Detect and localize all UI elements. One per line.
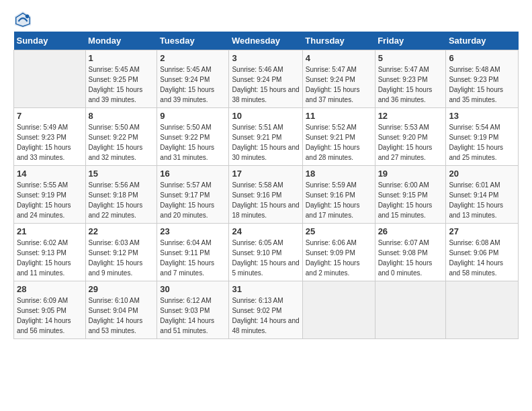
day-info: Sunrise: 6:03 AMSunset: 9:12 PMDaylight:… — [89, 239, 143, 277]
day-cell: 4Sunrise: 5:47 AMSunset: 9:24 PMDaylight… — [302, 50, 375, 108]
day-cell: 10Sunrise: 5:51 AMSunset: 9:21 PMDayligh… — [229, 108, 302, 166]
day-header-tuesday: Tuesday — [157, 32, 229, 50]
day-cell: 22Sunrise: 6:03 AMSunset: 9:12 PMDayligh… — [85, 224, 157, 281]
day-number: 12 — [378, 111, 443, 121]
logo-icon — [13, 10, 32, 29]
day-cell: 27Sunrise: 6:08 AMSunset: 9:06 PMDayligh… — [446, 224, 519, 281]
day-cell: 19Sunrise: 6:00 AMSunset: 9:15 PMDayligh… — [375, 166, 446, 224]
day-info: Sunrise: 5:54 AMSunset: 9:19 PMDaylight:… — [449, 124, 503, 161]
logo — [13, 10, 34, 29]
day-number: 25 — [306, 226, 372, 236]
header — [13, 10, 519, 29]
calendar-table: SundayMondayTuesdayWednesdayThursdayFrid… — [13, 32, 519, 339]
day-number: 15 — [89, 169, 154, 179]
day-header-wednesday: Wednesday — [229, 32, 302, 50]
day-header-sunday: Sunday — [14, 32, 86, 50]
day-header-saturday: Saturday — [446, 32, 519, 50]
day-number: 16 — [160, 169, 226, 179]
day-number: 26 — [378, 226, 443, 236]
day-cell: 26Sunrise: 6:07 AMSunset: 9:08 PMDayligh… — [375, 224, 446, 281]
day-header-thursday: Thursday — [302, 32, 375, 50]
day-info: Sunrise: 6:06 AMSunset: 9:09 PMDaylight:… — [306, 239, 360, 277]
day-info: Sunrise: 5:59 AMSunset: 9:16 PMDaylight:… — [306, 181, 360, 219]
day-info: Sunrise: 5:46 AMSunset: 9:24 PMDaylight:… — [232, 66, 299, 103]
day-number: 17 — [232, 169, 299, 179]
day-info: Sunrise: 5:58 AMSunset: 9:16 PMDaylight:… — [232, 181, 299, 219]
day-info: Sunrise: 6:05 AMSunset: 9:10 PMDaylight:… — [232, 239, 299, 277]
day-info: Sunrise: 5:55 AMSunset: 9:19 PMDaylight:… — [17, 181, 71, 219]
day-info: Sunrise: 5:48 AMSunset: 9:23 PMDaylight:… — [449, 66, 503, 103]
day-info: Sunrise: 5:45 AMSunset: 9:25 PMDaylight:… — [89, 66, 143, 103]
day-number: 29 — [89, 284, 154, 294]
day-info: Sunrise: 5:50 AMSunset: 9:22 PMDaylight:… — [89, 124, 143, 161]
day-cell: 21Sunrise: 6:02 AMSunset: 9:13 PMDayligh… — [14, 224, 86, 281]
day-number: 31 — [232, 284, 299, 294]
day-cell: 17Sunrise: 5:58 AMSunset: 9:16 PMDayligh… — [229, 166, 302, 224]
week-row-1: 1Sunrise: 5:45 AMSunset: 9:25 PMDaylight… — [14, 50, 519, 108]
day-cell: 15Sunrise: 5:56 AMSunset: 9:18 PMDayligh… — [85, 166, 157, 224]
day-number: 20 — [449, 169, 515, 179]
week-row-2: 7Sunrise: 5:49 AMSunset: 9:23 PMDaylight… — [14, 108, 519, 166]
day-info: Sunrise: 6:04 AMSunset: 9:11 PMDaylight:… — [160, 239, 214, 277]
day-info: Sunrise: 5:52 AMSunset: 9:21 PMDaylight:… — [306, 124, 360, 161]
day-cell: 7Sunrise: 5:49 AMSunset: 9:23 PMDaylight… — [14, 108, 86, 166]
day-info: Sunrise: 5:51 AMSunset: 9:21 PMDaylight:… — [232, 124, 299, 161]
svg-marker-0 — [15, 11, 31, 28]
calendar-container: SundayMondayTuesdayWednesdayThursdayFrid… — [0, 0, 532, 346]
week-row-5: 28Sunrise: 6:09 AMSunset: 9:05 PMDayligh… — [14, 281, 519, 339]
day-cell: 3Sunrise: 5:46 AMSunset: 9:24 PMDaylight… — [229, 50, 302, 108]
day-info: Sunrise: 5:47 AMSunset: 9:24 PMDaylight:… — [306, 66, 360, 103]
day-info: Sunrise: 6:13 AMSunset: 9:02 PMDaylight:… — [232, 297, 299, 334]
day-number: 11 — [306, 111, 372, 121]
day-info: Sunrise: 5:47 AMSunset: 9:23 PMDaylight:… — [378, 66, 433, 103]
day-number: 1 — [89, 53, 154, 63]
week-row-3: 14Sunrise: 5:55 AMSunset: 9:19 PMDayligh… — [14, 166, 519, 224]
day-info: Sunrise: 6:01 AMSunset: 9:14 PMDaylight:… — [449, 181, 503, 219]
day-number: 24 — [232, 226, 299, 236]
day-cell: 29Sunrise: 6:10 AMSunset: 9:04 PMDayligh… — [85, 281, 157, 339]
day-cell: 11Sunrise: 5:52 AMSunset: 9:21 PMDayligh… — [302, 108, 375, 166]
day-cell: 18Sunrise: 5:59 AMSunset: 9:16 PMDayligh… — [302, 166, 375, 224]
day-cell: 13Sunrise: 5:54 AMSunset: 9:19 PMDayligh… — [446, 108, 519, 166]
day-cell: 12Sunrise: 5:53 AMSunset: 9:20 PMDayligh… — [375, 108, 446, 166]
day-info: Sunrise: 5:57 AMSunset: 9:17 PMDaylight:… — [160, 181, 214, 219]
day-number: 9 — [160, 111, 226, 121]
day-info: Sunrise: 6:09 AMSunset: 9:05 PMDaylight:… — [17, 297, 71, 334]
day-info: Sunrise: 6:10 AMSunset: 9:04 PMDaylight:… — [89, 297, 143, 334]
day-cell: 20Sunrise: 6:01 AMSunset: 9:14 PMDayligh… — [446, 166, 519, 224]
day-number: 19 — [378, 169, 443, 179]
day-number: 4 — [306, 53, 372, 63]
day-cell: 16Sunrise: 5:57 AMSunset: 9:17 PMDayligh… — [157, 166, 229, 224]
day-cell: 14Sunrise: 5:55 AMSunset: 9:19 PMDayligh… — [14, 166, 86, 224]
day-number: 27 — [449, 226, 515, 236]
day-info: Sunrise: 5:45 AMSunset: 9:24 PMDaylight:… — [160, 66, 214, 103]
day-cell: 9Sunrise: 5:50 AMSunset: 9:22 PMDaylight… — [157, 108, 229, 166]
day-info: Sunrise: 5:49 AMSunset: 9:23 PMDaylight:… — [17, 124, 71, 161]
day-cell: 25Sunrise: 6:06 AMSunset: 9:09 PMDayligh… — [302, 224, 375, 281]
day-number: 5 — [378, 53, 443, 63]
day-info: Sunrise: 5:56 AMSunset: 9:18 PMDaylight:… — [89, 181, 143, 219]
day-number: 6 — [449, 53, 515, 63]
day-cell: 30Sunrise: 6:12 AMSunset: 9:03 PMDayligh… — [157, 281, 229, 339]
day-info: Sunrise: 5:50 AMSunset: 9:22 PMDaylight:… — [160, 124, 214, 161]
day-cell: 2Sunrise: 5:45 AMSunset: 9:24 PMDaylight… — [157, 50, 229, 108]
day-cell: 5Sunrise: 5:47 AMSunset: 9:23 PMDaylight… — [375, 50, 446, 108]
day-number: 2 — [160, 53, 226, 63]
day-cell — [302, 281, 375, 339]
day-number: 21 — [17, 226, 83, 236]
day-info: Sunrise: 6:12 AMSunset: 9:03 PMDaylight:… — [160, 297, 214, 334]
day-cell — [446, 281, 519, 339]
day-number: 3 — [232, 53, 299, 63]
day-number: 18 — [306, 169, 372, 179]
day-number: 28 — [17, 284, 83, 294]
day-number: 23 — [160, 226, 226, 236]
day-cell: 24Sunrise: 6:05 AMSunset: 9:10 PMDayligh… — [229, 224, 302, 281]
day-number: 14 — [17, 169, 83, 179]
day-number: 13 — [449, 111, 515, 121]
day-number: 22 — [89, 226, 154, 236]
day-header-row: SundayMondayTuesdayWednesdayThursdayFrid… — [14, 32, 519, 50]
day-cell: 23Sunrise: 6:04 AMSunset: 9:11 PMDayligh… — [157, 224, 229, 281]
day-cell — [375, 281, 446, 339]
day-header-monday: Monday — [85, 32, 157, 50]
day-info: Sunrise: 6:08 AMSunset: 9:06 PMDaylight:… — [449, 239, 503, 277]
